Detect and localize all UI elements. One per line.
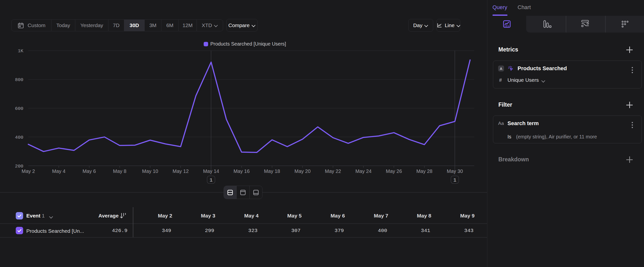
svg-text:May 4: May 4 <box>52 168 66 174</box>
svg-text:May 24: May 24 <box>356 168 372 174</box>
svg-text:May 12: May 12 <box>173 168 189 174</box>
svg-text:May 28: May 28 <box>416 168 432 174</box>
svg-text:May 6: May 6 <box>82 168 96 174</box>
svg-text:May 20: May 20 <box>294 168 311 174</box>
svg-text:May 14: May 14 <box>203 168 219 174</box>
svg-text:May 26: May 26 <box>386 168 402 174</box>
svg-text:600: 600 <box>15 106 23 111</box>
svg-text:200: 200 <box>15 164 23 169</box>
svg-text:May 10: May 10 <box>142 168 158 174</box>
svg-text:400: 400 <box>15 135 23 140</box>
svg-text:May 30: May 30 <box>447 168 463 174</box>
svg-text:May 22: May 22 <box>325 168 341 174</box>
svg-text:May 16: May 16 <box>234 168 250 174</box>
svg-text:May 18: May 18 <box>264 168 280 174</box>
svg-text:1: 1 <box>453 177 456 183</box>
svg-text:1K: 1K <box>18 48 23 54</box>
svg-text:800: 800 <box>15 77 23 83</box>
svg-text:May 2: May 2 <box>22 168 35 174</box>
svg-text:1: 1 <box>210 177 213 183</box>
svg-text:May 8: May 8 <box>113 168 126 174</box>
